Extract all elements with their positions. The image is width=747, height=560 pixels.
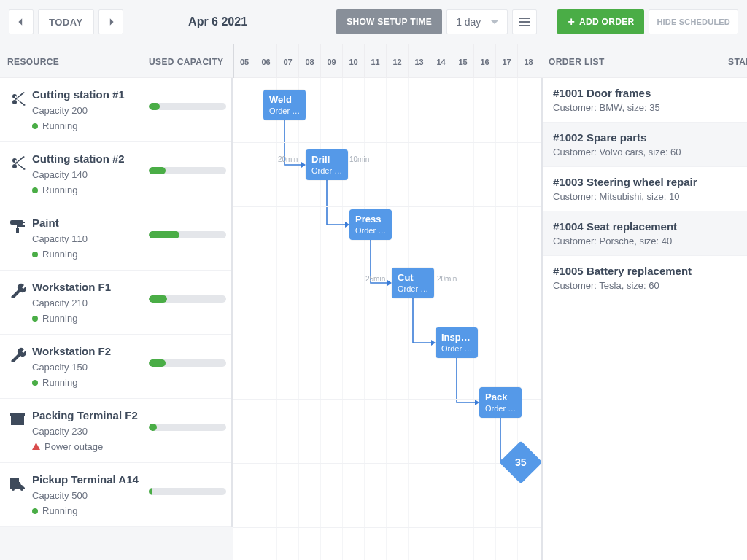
- capacity-fill: [149, 359, 166, 367]
- task-subtitle: Order …: [355, 226, 386, 235]
- task-subtitle: Order …: [311, 166, 342, 175]
- task-name: Weld: [269, 94, 300, 105]
- capacity-bar: [149, 103, 226, 110]
- column-header-resource: RESOURCE: [7, 44, 139, 79]
- capacity-fill: [149, 231, 179, 238]
- status-dot-icon: [32, 380, 38, 386]
- warning-icon: [32, 443, 40, 451]
- task-subtitle: Order …: [485, 404, 516, 413]
- hour-header: 11: [364, 44, 386, 79]
- chevron-right-icon: [107, 18, 115, 26]
- wrench-icon: [9, 282, 26, 300]
- task-name: Cut: [398, 272, 428, 283]
- status-dot-icon: [32, 316, 38, 322]
- task-block[interactable]: CutOrder …: [392, 268, 434, 298]
- hour-header: 10: [342, 44, 364, 79]
- capacity-bar: [149, 295, 226, 303]
- menu-button[interactable]: [512, 9, 537, 34]
- hour-header: 15: [452, 44, 473, 79]
- plus-icon: +: [568, 16, 575, 28]
- milestone-label: 35: [515, 456, 527, 468]
- range-select[interactable]: 1 day: [446, 9, 508, 34]
- task-name: Press: [355, 214, 386, 225]
- order-title: #1002 Spare parts: [553, 131, 737, 144]
- hour-header: 08: [298, 44, 320, 79]
- status-dot-icon: [32, 187, 38, 193]
- hour-header: 12: [386, 44, 408, 79]
- task-block[interactable]: WeldOrder …: [263, 90, 306, 120]
- svg-rect-0: [519, 18, 530, 19]
- capacity-fill: [149, 167, 166, 174]
- order-title: #1005 Battery replacement: [553, 265, 737, 277]
- box-icon: [9, 411, 26, 428]
- svg-rect-1: [519, 21, 530, 23]
- task-block[interactable]: DrillOrder …: [306, 149, 348, 180]
- today-button[interactable]: TODAY: [38, 9, 94, 34]
- status-dot-icon: [32, 508, 38, 514]
- hamburger-icon: [519, 18, 530, 26]
- add-order-button[interactable]: + ADD ORDER: [557, 9, 644, 34]
- order-subtitle: Customer: Volvo cars, size: 60: [553, 147, 737, 158]
- truck-icon: [9, 475, 26, 492]
- hour-header: 06: [255, 44, 276, 79]
- task-subtitle: Order …: [269, 106, 300, 115]
- prev-button[interactable]: [9, 9, 34, 34]
- hour-header: 14: [430, 44, 452, 79]
- status-dot-icon: [32, 123, 38, 129]
- capacity-fill: [149, 103, 160, 110]
- hour-header: 18: [517, 44, 539, 79]
- hour-header: 13: [408, 44, 430, 79]
- task-block[interactable]: PressOrder …: [349, 209, 392, 240]
- column-header-start: START: [728, 44, 747, 79]
- capacity-bar: [149, 231, 226, 238]
- task-name: Drill: [311, 154, 342, 165]
- order-subtitle: Customer: Mitsubishi, size: 10: [553, 191, 737, 202]
- order-row[interactable]: #1005 Battery replacement Customer: Tesl…: [543, 256, 747, 300]
- capacity-bar: [149, 167, 226, 174]
- capacity-fill: [149, 295, 167, 303]
- order-row[interactable]: #1002 Spare parts Customer: Volvo cars, …: [543, 122, 747, 167]
- wrench-icon: [9, 346, 26, 364]
- hour-header: 16: [473, 44, 495, 79]
- capacity-bar: [149, 424, 226, 431]
- range-label: 1 day: [456, 16, 481, 28]
- setup-time-label: 20min: [278, 155, 298, 163]
- order-subtitle: Customer: Porsche, size: 40: [553, 236, 737, 246]
- order-subtitle: Customer: Tesla, size: 60: [553, 280, 737, 291]
- order-title: #1004 Seat replacement: [553, 220, 737, 233]
- hour-header: 07: [276, 44, 298, 79]
- hour-header: 05: [233, 44, 255, 79]
- order-title: #1003 Steering wheel repair: [553, 176, 737, 188]
- chevron-left-icon: [17, 18, 26, 26]
- capacity-bar: [149, 359, 226, 367]
- order-subtitle: Customer: BMW, size: 35: [553, 102, 737, 113]
- scissors-icon: [9, 154, 26, 171]
- capacity-fill: [149, 424, 157, 431]
- setup-time-label: 25min: [365, 275, 385, 283]
- order-row[interactable]: #1001 Door frames Customer: BMW, size: 3…: [543, 78, 747, 122]
- svg-rect-2: [519, 25, 530, 26]
- add-order-label: ADD ORDER: [579, 17, 634, 27]
- capacity-fill: [149, 488, 152, 495]
- task-block[interactable]: Insp…Order …: [436, 327, 478, 358]
- date-title: Apr 6 2021: [123, 15, 313, 28]
- task-block[interactable]: PackOrder …: [479, 387, 522, 418]
- hide-scheduled-button[interactable]: HIDE SCHEDULED: [649, 9, 738, 34]
- next-button[interactable]: [98, 9, 123, 34]
- order-row[interactable]: #1003 Steering wheel repair Customer: Mi…: [543, 167, 747, 211]
- hour-header: 09: [320, 44, 342, 79]
- task-name: Insp…: [441, 332, 472, 343]
- status-dot-icon: [32, 252, 38, 257]
- hour-header: 17: [495, 44, 517, 79]
- order-title: #1001 Door frames: [553, 87, 737, 99]
- order-row[interactable]: #1004 Seat replacement Customer: Porsche…: [543, 211, 747, 256]
- column-header-order-list: ORDER LIST: [549, 44, 694, 79]
- scissors-icon: [9, 90, 26, 107]
- setup-time-label: 10min: [349, 155, 369, 163]
- roller-icon: [9, 218, 26, 236]
- capacity-bar: [149, 488, 226, 495]
- setup-time-label: 20min: [437, 275, 457, 283]
- task-name: Pack: [485, 392, 516, 402]
- show-setup-time-button[interactable]: SHOW SETUP TIME: [336, 9, 442, 34]
- column-header-used-capacity: USED CAPACITY: [149, 44, 233, 79]
